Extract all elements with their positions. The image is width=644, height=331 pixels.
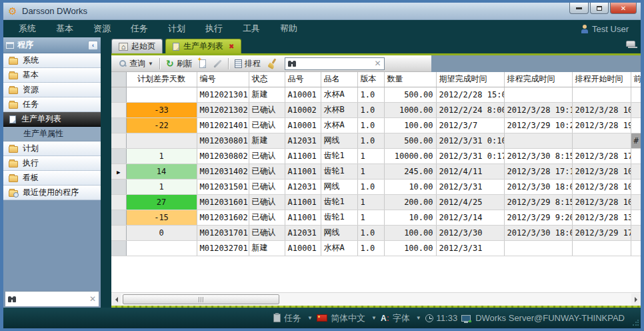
resize-grip[interactable] (632, 320, 639, 326)
sched_start-cell[interactable] (572, 87, 631, 102)
sched_start-cell[interactable]: 2012/3/28 17:13 (572, 148, 631, 163)
toolbar-search-clear-icon[interactable]: ✕ (375, 59, 381, 68)
plan-diff-cell[interactable] (126, 87, 197, 102)
column-header-10[interactable]: 前置时间 (631, 72, 641, 87)
table-row[interactable]: 1M012030802已确认A11001齿轮1110000.002012/3/3… (111, 148, 641, 163)
table-row[interactable]: ▶14M012031402已确认A11001齿轮11245.002012/4/1… (111, 163, 641, 179)
schedule-button[interactable]: 排程 (231, 57, 264, 71)
scroll-left-button[interactable] (111, 294, 121, 306)
version-cell[interactable]: 1.0 (357, 240, 384, 256)
version-cell[interactable]: 1 (357, 148, 384, 163)
item_name-cell[interactable]: 网线 (321, 133, 357, 148)
row-marker-cell[interactable] (111, 240, 126, 256)
window-list-icon[interactable] (626, 41, 635, 47)
column-header-5[interactable]: 版本 (357, 72, 384, 87)
table-row[interactable]: -15M012031602已确认A11001齿轮1110.002012/3/14… (111, 210, 641, 225)
plan-diff-cell[interactable]: -33 (126, 102, 197, 117)
sidebar-item-7[interactable]: 执行 (3, 156, 101, 171)
code-cell[interactable]: M012031602 (197, 210, 249, 225)
status-cell[interactable]: 已确认 (249, 179, 285, 194)
sched_end-cell[interactable]: 2012/3/30 18:00 (504, 179, 572, 194)
column-header-9[interactable]: 排程开始时间 (572, 72, 631, 87)
sidebar-search-clear-icon[interactable]: ✕ (89, 294, 96, 304)
query-dropdown-icon[interactable]: ▼ (148, 61, 153, 67)
task-menu[interactable]: 任务 ▼ (273, 312, 313, 324)
sidebar-item-0[interactable]: 系统 (3, 53, 101, 68)
tab-start-page[interactable]: ⌂ 起始页 (111, 39, 163, 53)
expect-cell[interactable]: 2012/3/31 0:10 (436, 133, 504, 148)
row-marker-cell[interactable] (111, 87, 126, 102)
query-button[interactable]: 查询 ▼ (115, 57, 157, 71)
item_name-cell[interactable]: 齿轮1 (321, 148, 357, 163)
row-marker-cell[interactable] (111, 194, 126, 210)
status-cell[interactable]: 已确认 (249, 163, 285, 179)
tab-close-icon[interactable]: ✖ (229, 43, 234, 50)
menu-item-3[interactable]: 任务 (121, 23, 158, 35)
code-cell[interactable]: M012031402 (197, 163, 249, 179)
close-button[interactable]: ✕ (610, 3, 637, 14)
column-header-1[interactable]: 编号 (197, 72, 249, 87)
item_no-cell[interactable]: A11001 (285, 163, 321, 179)
sched_end-cell[interactable]: 2012/3/29 8:15 (504, 194, 572, 210)
extra-cell[interactable]: # (631, 133, 641, 148)
sched_start-cell[interactable]: 2012/3/28 13:40 (572, 210, 631, 225)
sched_end-cell[interactable]: 2012/3/28 17:13 (504, 163, 572, 179)
code-cell[interactable]: M012030802 (197, 148, 249, 163)
status-cell[interactable]: 已确认 (249, 148, 285, 163)
qty-cell[interactable]: 10.00 (384, 179, 436, 194)
table-row[interactable]: 0M012031701已确认A12031网线1.0100.002012/3/30… (111, 225, 641, 240)
plan-diff-cell[interactable] (126, 240, 197, 256)
column-header-8[interactable]: 排程完成时间 (504, 72, 572, 87)
plan-diff-cell[interactable]: -22 (126, 117, 197, 133)
menu-item-2[interactable]: 资源 (83, 23, 121, 35)
item_name-cell[interactable]: 水杯A (321, 240, 357, 256)
column-header-7[interactable]: 期望完成时间 (436, 72, 504, 87)
qty-cell[interactable]: 1000.00 (384, 102, 436, 117)
code-cell[interactable]: M012021401 (197, 117, 249, 133)
sidebar-item-4[interactable]: 生产单列表 (3, 112, 101, 127)
extra-cell[interactable] (631, 240, 641, 256)
sched_end-cell[interactable] (504, 240, 572, 256)
row-marker-cell[interactable] (111, 133, 126, 148)
code-cell[interactable]: M012031601 (197, 194, 249, 210)
new-button[interactable] (196, 57, 209, 71)
qty-cell[interactable]: 500.00 (384, 133, 436, 148)
sched_start-cell[interactable]: 2012/3/28 10:52 (572, 179, 631, 194)
clean-button[interactable] (264, 57, 281, 71)
sched_end-cell[interactable] (504, 87, 572, 102)
horizontal-scrollbar[interactable] (111, 292, 641, 306)
extra-cell[interactable] (631, 163, 641, 179)
code-cell[interactable]: M012021302 (197, 102, 249, 117)
sidebar-search-input[interactable] (16, 294, 89, 304)
plan-diff-cell[interactable]: 14 (126, 163, 197, 179)
sched_start-cell[interactable] (572, 240, 631, 256)
status-cell[interactable]: 已确认 (249, 117, 285, 133)
item_no-cell[interactable]: A10001 (285, 117, 321, 133)
edit-button[interactable] (209, 57, 225, 71)
version-cell[interactable]: 1.0 (357, 87, 384, 102)
sidebar-item-5[interactable]: 生产单属性 (3, 127, 101, 141)
refresh-button[interactable]: ↻ 刷新 (163, 57, 196, 71)
sched_end-cell[interactable]: 2012/3/29 9:20 (504, 210, 572, 225)
plan-diff-cell[interactable]: 1 (126, 148, 197, 163)
language-dropdown-icon[interactable]: ▼ (371, 315, 377, 321)
sidebar-item-1[interactable]: 基本 (3, 68, 101, 83)
column-header-6[interactable]: 数量 (384, 72, 436, 87)
item_no-cell[interactable]: A12031 (285, 179, 321, 194)
version-cell[interactable]: 1.0 (357, 102, 384, 117)
item_no-cell[interactable]: A11001 (285, 210, 321, 225)
extra-cell[interactable] (631, 148, 641, 163)
table-row[interactable]: M012030801新建A12031网线1.0500.002012/3/31 0… (111, 133, 641, 148)
expect-cell[interactable]: 2012/3/31 0:17 (436, 148, 504, 163)
row-marker-cell[interactable]: ▶ (111, 163, 126, 179)
item_name-cell[interactable]: 水杯B (321, 102, 357, 117)
code-cell[interactable]: M012030801 (197, 133, 249, 148)
expect-cell[interactable]: 2012/3/30 (436, 225, 504, 240)
item_name-cell[interactable]: 齿轮1 (321, 194, 357, 210)
version-cell[interactable]: 1 (357, 194, 384, 210)
sched_start-cell[interactable]: 2012/3/29 17:46 (572, 225, 631, 240)
sidebar-item-6[interactable]: 计划 (3, 141, 101, 156)
version-cell[interactable]: 1 (357, 163, 384, 179)
sched_start-cell[interactable] (572, 133, 631, 148)
column-header-2[interactable]: 状态 (249, 72, 285, 87)
